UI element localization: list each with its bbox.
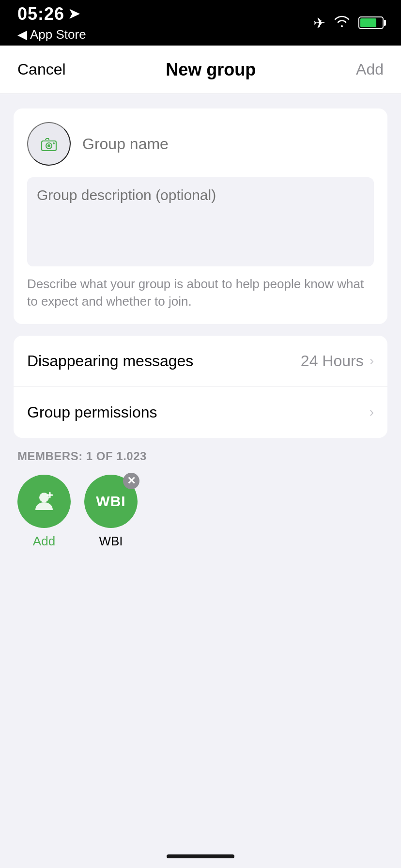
time-display: 05:26 <box>17 4 64 24</box>
content-area: Describe what your group is about to hel… <box>0 94 401 563</box>
page-title: New group <box>166 60 256 80</box>
home-indicator <box>167 854 234 858</box>
svg-point-4 <box>53 142 55 144</box>
chevron-right-icon: › <box>370 353 374 369</box>
status-time: 05:26 ➤ <box>17 4 86 24</box>
nav-bar: Cancel New group Add <box>0 46 401 94</box>
group-permissions-label: Group permissions <box>27 403 157 421</box>
add-member-avatar[interactable] <box>17 475 71 528</box>
cancel-button[interactable]: Cancel <box>17 61 66 78</box>
group-description-input[interactable] <box>37 187 364 255</box>
wbi-initials: WBI <box>96 493 125 510</box>
group-name-input[interactable] <box>82 135 374 153</box>
status-bar: 05:26 ➤ ◀ App Store ✈ <box>0 0 401 46</box>
app-store-label: App Store <box>30 27 86 42</box>
wbi-member-avatar: WBI ✕ <box>84 475 138 528</box>
group-permissions-value-row: › <box>370 404 374 420</box>
wbi-member-name: WBI <box>99 534 123 549</box>
members-section: MEMBERS: 1 OF 1.023 Add WBI ✕ <box>14 450 387 549</box>
wifi-icon <box>333 15 351 31</box>
disappearing-messages-row[interactable]: Disappearing messages 24 Hours › <box>14 336 387 387</box>
camera-icon <box>38 133 60 155</box>
chevron-right-icon-2: › <box>370 404 374 420</box>
svg-point-3 <box>47 144 50 147</box>
status-left: 05:26 ➤ ◀ App Store <box>17 4 86 42</box>
status-right: ✈ <box>313 15 384 31</box>
group-name-row <box>27 122 374 166</box>
members-list: Add WBI ✕ WBI <box>17 475 384 549</box>
disappearing-messages-value-row: 24 Hours › <box>301 352 374 370</box>
group-info-card: Describe what your group is about to hel… <box>14 108 387 324</box>
back-arrow-icon: ◀ <box>17 27 27 42</box>
disappearing-messages-value: 24 Hours <box>301 352 364 370</box>
airplane-icon: ✈ <box>313 15 325 31</box>
add-button[interactable]: Add <box>356 61 384 78</box>
location-arrow-icon: ➤ <box>68 6 80 22</box>
settings-card: Disappearing messages 24 Hours › Group p… <box>14 336 387 438</box>
group-permissions-row[interactable]: Group permissions › <box>14 387 387 438</box>
remove-member-button[interactable]: ✕ <box>123 473 139 489</box>
battery-icon <box>358 16 384 29</box>
add-member-label: Add <box>33 534 55 549</box>
disappearing-messages-label: Disappearing messages <box>27 352 193 370</box>
app-store-nav: ◀ App Store <box>17 27 86 42</box>
group-description-hint: Describe what your group is about to hel… <box>27 275 374 310</box>
svg-point-5 <box>39 493 49 502</box>
add-person-icon <box>31 488 58 515</box>
group-description-box <box>27 177 374 266</box>
camera-button[interactable] <box>27 122 71 166</box>
wbi-member-item: WBI ✕ WBI <box>84 475 138 549</box>
add-member-item[interactable]: Add <box>17 475 71 549</box>
members-count-label: MEMBERS: 1 OF 1.023 <box>17 450 384 463</box>
